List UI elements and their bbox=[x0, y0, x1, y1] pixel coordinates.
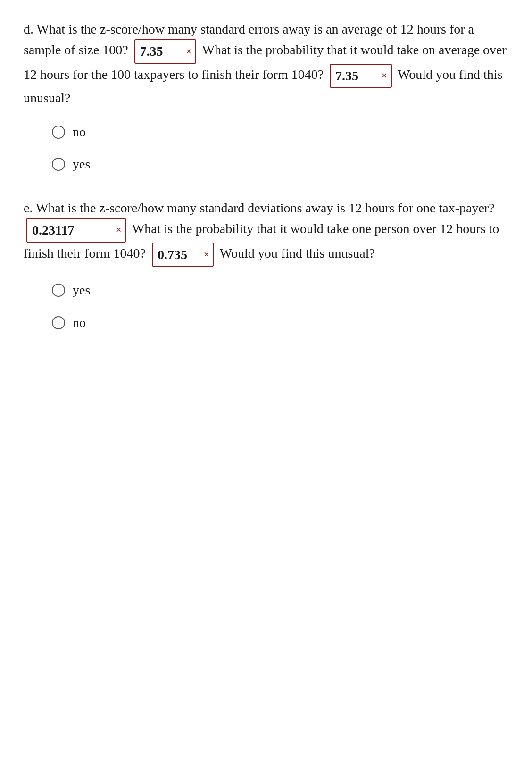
section-e-radio-group: yes no bbox=[52, 281, 508, 332]
section-d-answer2-box[interactable]: 7.35 × bbox=[330, 64, 391, 88]
section-d-label-yes: yes bbox=[73, 155, 90, 174]
section-d-label-no: no bbox=[73, 123, 86, 142]
section-d-answer1-clear[interactable]: × bbox=[186, 44, 191, 59]
section-e-answer2-clear[interactable]: × bbox=[204, 247, 209, 262]
section-e-radio-yes[interactable] bbox=[52, 284, 65, 297]
section-e-option-no[interactable]: no bbox=[52, 313, 508, 333]
section-e-option-yes[interactable]: yes bbox=[52, 281, 508, 300]
section-e-answer1-value: 0.23117 bbox=[32, 220, 108, 240]
section-e-answer1-box[interactable]: 0.23117 × bbox=[26, 218, 126, 242]
section-e-label-no: no bbox=[73, 313, 86, 333]
section-e-radio-no[interactable] bbox=[52, 316, 65, 329]
section-e-question-start: e. bbox=[24, 201, 33, 215]
section-d-radio-group: no yes bbox=[52, 123, 508, 174]
section-d-answer1-value: 7.35 bbox=[140, 41, 178, 61]
section-e-answer2-value: 0.735 bbox=[158, 244, 195, 265]
section-d-answer2-value: 7.35 bbox=[335, 66, 373, 86]
section-d-radio-no[interactable] bbox=[52, 126, 65, 139]
section-d-answer1-box[interactable]: 7.35 × bbox=[134, 39, 196, 63]
section-d-question-start: d. bbox=[24, 22, 33, 36]
section-e: e. What is the z-score/how many standard… bbox=[24, 198, 508, 332]
section-e-text: e. What is the z-score/how many standard… bbox=[24, 198, 508, 267]
section-d-option-no[interactable]: no bbox=[52, 123, 508, 142]
section-e-answer2-box[interactable]: 0.735 × bbox=[152, 243, 214, 267]
section-e-answer1-clear[interactable]: × bbox=[116, 223, 121, 237]
section-d-text: d. What is the z-score/how many standard… bbox=[24, 19, 508, 109]
section-d-answer2-clear[interactable]: × bbox=[382, 68, 387, 83]
section-d-radio-yes[interactable] bbox=[52, 158, 65, 171]
section-d-option-yes[interactable]: yes bbox=[52, 155, 508, 174]
section-d: d. What is the z-score/how many standard… bbox=[24, 19, 508, 174]
section-e-label-yes: yes bbox=[73, 281, 90, 300]
